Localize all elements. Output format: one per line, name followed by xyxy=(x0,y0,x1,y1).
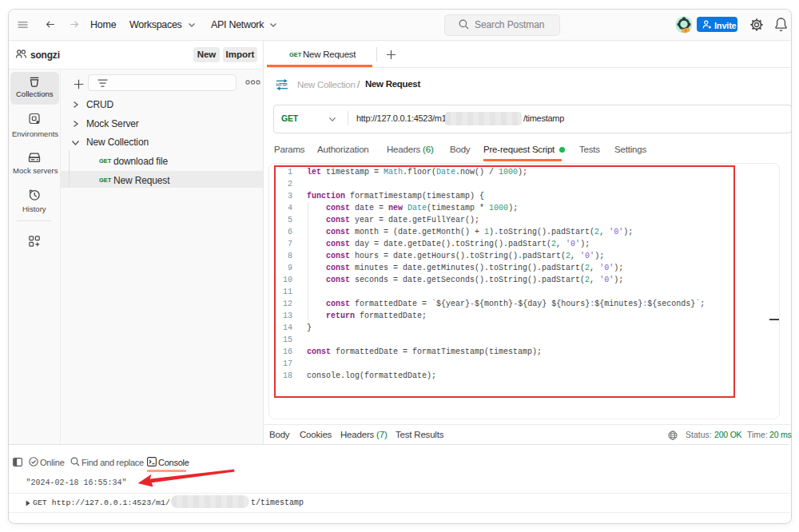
svg-text:HTTP: HTTP xyxy=(276,82,288,87)
